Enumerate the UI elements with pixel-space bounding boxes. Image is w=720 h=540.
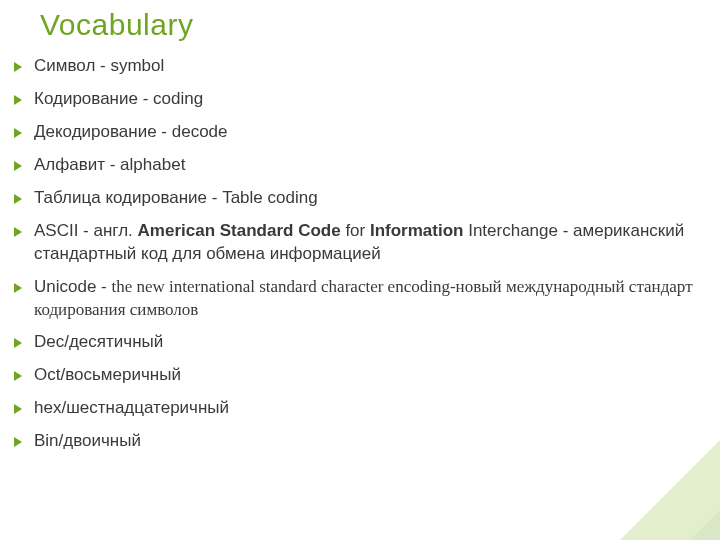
text-segment: for (341, 221, 370, 240)
text-segment: ASCII - англ. (34, 221, 138, 240)
text-segment: Таблица кодирование - Table coding (34, 188, 318, 207)
text-segment: Алфавит - alphabet (34, 155, 185, 174)
list-item: Кодирование - coding (8, 83, 720, 116)
list-item: Oct/восьмеричный (8, 359, 720, 392)
text-segment: Oct/восьмеричный (34, 365, 181, 384)
list-item: hex/шестнадцатеричный (8, 392, 720, 425)
svg-marker-1 (630, 450, 720, 540)
vocabulary-list: Символ - symbolКодирование - codingДекод… (0, 50, 720, 458)
text-segment: Кодирование - coding (34, 89, 203, 108)
list-item: Dec/десятичный (8, 326, 720, 359)
list-item: ASCII - англ. American Standard Code for… (8, 215, 720, 271)
text-segment: the new international standard character… (34, 277, 693, 319)
text-segment: Символ - symbol (34, 56, 164, 75)
list-item: Таблица кодирование - Table coding (8, 182, 720, 215)
text-segment: Unicode - (34, 277, 111, 296)
svg-marker-2 (520, 480, 720, 540)
text-segment: American Standard Code (138, 221, 341, 240)
list-item: Bin/двоичный (8, 425, 720, 458)
page-title: Vocabulary (0, 0, 720, 50)
list-item: Unicode - the new international standard… (8, 271, 720, 327)
list-item: Декодирование - decode (8, 116, 720, 149)
list-item: Алфавит - alphabet (8, 149, 720, 182)
text-segment: hex/шестнадцатеричный (34, 398, 229, 417)
text-segment: Information (370, 221, 464, 240)
text-segment: Декодирование - decode (34, 122, 228, 141)
text-segment: Bin/двоичный (34, 431, 141, 450)
list-item: Символ - symbol (8, 50, 720, 83)
text-segment: Dec/десятичный (34, 332, 163, 351)
